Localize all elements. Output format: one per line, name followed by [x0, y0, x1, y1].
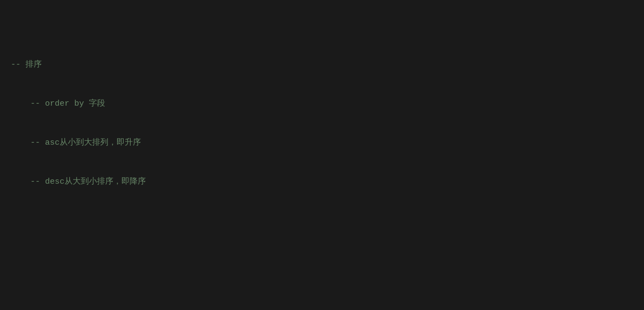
line-comment-asc: -- asc从小到大排列，即升序: [11, 137, 633, 150]
section-blank1: -- 查询年龄在18到34岁之间的男性，按照年龄从小到到排序 select * …: [11, 258, 633, 310]
line-comment-desc: -- desc从大到小排序，即降序: [11, 176, 633, 189]
section-orderby-intro: -- 排序 -- order by 字段 -- asc从小到大排列，即升序 --…: [11, 33, 633, 215]
line-comment-orderby: -- order by 字段: [11, 98, 633, 111]
line-comment-sort-title: -- 排序: [11, 59, 633, 72]
code-editor: -- 排序 -- order by 字段 -- asc从小到大排列，即升序 --…: [11, 7, 633, 310]
